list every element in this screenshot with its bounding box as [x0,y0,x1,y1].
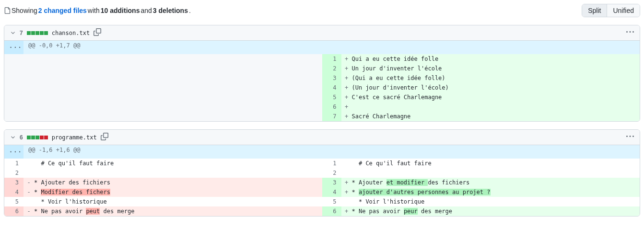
new-line-code: * ajouter d'autres personnes au projet ? [352,187,640,197]
old-line-number[interactable]: 3 [4,178,23,187]
old-line-number[interactable]: 4 [4,187,23,197]
diffstat-block [40,31,44,35]
new-line-number[interactable]: 1 [322,159,341,168]
new-line-number[interactable]: 2 [322,168,341,178]
diffstat-blocks [27,31,48,35]
new-line-code: (Un jour d'inventer l'école) [352,83,640,92]
diffstat-block [27,136,31,139]
diffstat-block [31,31,35,35]
diff-line-context: 2 2 [4,168,640,178]
copy-path-button[interactable] [94,28,101,37]
summary-prefix: Showing [12,7,37,14]
diffstat-block [35,31,39,35]
summary-mid1: with [88,7,100,14]
old-line-code: * Modifier des fichers [34,187,322,197]
file-diff-icon [4,7,11,14]
changed-files-link[interactable]: 2 changed files [38,7,87,14]
file-header: 7 chanson.txt [4,25,640,41]
summary-mid2: and [141,7,152,14]
diff-table: ··· @@ -1,6 +1,6 @@ 1 # Ce qu'il faut fa… [4,145,640,216]
new-line-code [352,168,640,178]
new-line-code: Sacré Charlemagne [352,112,640,121]
old-line-number[interactable]: 6 [4,206,23,216]
additions-count: 10 additions [101,7,140,14]
file-name[interactable]: chanson.txt [52,30,90,36]
deletions-count: 3 deletions [153,7,188,14]
hunk-header-text: @@ -0,0 +1,7 @@ [23,41,640,54]
files-container: 7 chanson.txt ··· @@ -0,0 +1,7 @@ 1 + Qu… [4,25,640,217]
collapse-toggle[interactable] [10,29,16,37]
diff-line-addition: 2 + Un jour d'inventer l'école [4,64,640,73]
hunk-header-row: ··· @@ -1,6 +1,6 @@ [4,145,640,159]
diffstat-block [44,31,48,35]
split-view-button[interactable]: Split [582,4,607,17]
diffstat-block [44,136,48,139]
old-line-code: # Ce qu'il faut faire [34,159,322,168]
old-line-code: * Ajouter des fichiers [34,178,322,187]
old-line-code: * Ne pas avoir peut des merge [34,206,322,216]
diff-summary-bar: Showing 2 changed files with 10 addition… [4,4,640,17]
diff-summary-text: Showing 2 changed files with 10 addition… [4,7,191,14]
new-line-code: C'est ce sacré Charlemagne [352,92,640,102]
diff-line-addition: 7 + Sacré Charlemagne [4,112,640,121]
new-line-code: Qui a eu cette idée folle [352,54,640,64]
new-line-number[interactable]: 6 [322,102,341,112]
unified-view-button[interactable]: Unified [607,4,640,17]
new-line-number[interactable]: 7 [322,112,341,121]
file-name[interactable]: programme.txt [52,134,97,141]
change-count: 7 [20,30,23,36]
diff-line-change: 3 - * Ajouter des fichiers 3 + * Ajouter… [4,178,640,187]
new-line-number[interactable]: 4 [322,187,341,197]
new-line-code [352,102,640,112]
hunk-header-row: ··· @@ -0,0 +1,7 @@ [4,41,640,54]
new-line-number[interactable]: 5 [322,92,341,102]
new-line-code: * Ne pas avoir peur des merge [352,206,640,216]
old-line-number[interactable]: 5 [4,197,23,206]
diffstat-block [35,136,39,139]
new-line-number[interactable]: 3 [322,178,341,187]
hunk-expand[interactable]: ··· [4,41,23,54]
diff-line-addition: 1 + Qui a eu cette idée folle [4,54,640,64]
summary-suffix: . [189,7,191,14]
diff-line-addition: 6 + [4,102,640,112]
diff-line-context: 1 # Ce qu'il faut faire 1 # Ce qu'il fau… [4,159,640,168]
file-diff-block: 7 chanson.txt ··· @@ -0,0 +1,7 @@ 1 + Qu… [4,25,640,122]
diff-line-change: 4 - * Modifier des fichers 4 + * ajouter… [4,187,640,197]
new-line-code: # Ce qu'il faut faire [352,159,640,168]
hunk-expand[interactable]: ··· [4,145,23,159]
diff-line-addition: 4 + (Un jour d'inventer l'école) [4,83,640,92]
new-line-number[interactable]: 6 [322,206,341,216]
new-line-number[interactable]: 5 [322,197,341,206]
new-line-number[interactable]: 4 [322,83,341,92]
old-line-number[interactable]: 1 [4,159,23,168]
diffstat-blocks [27,136,48,139]
old-line-code: * Voir l'historique [34,197,322,206]
collapse-toggle[interactable] [10,134,16,141]
diff-view-toggle: Split Unified [582,4,640,17]
new-line-code: * Ajouter et modifier des fichiers [352,178,640,187]
diff-line-addition: 3 + (Qui a eu cette idée folle) [4,73,640,83]
new-line-code: * Voir l'historique [352,197,640,206]
new-line-number[interactable]: 2 [322,64,341,73]
file-diff-block: 6 programme.txt ··· @@ -1,6 +1,6 @@ 1 # … [4,129,640,217]
file-menu-button[interactable] [626,133,634,142]
new-line-number[interactable]: 1 [322,54,341,64]
new-line-number[interactable]: 3 [322,73,341,83]
diffstat-block [31,136,35,139]
diffstat-block [40,136,44,139]
diff-line-context: 5 * Voir l'historique 5 * Voir l'histori… [4,197,640,206]
old-line-number[interactable]: 2 [4,168,23,178]
new-line-code: Un jour d'inventer l'école [352,64,640,73]
change-count: 6 [20,134,23,141]
copy-path-button[interactable] [101,133,108,142]
diff-line-change: 6 - * Ne pas avoir peut des merge 6 + * … [4,206,640,216]
diff-table: ··· @@ -0,0 +1,7 @@ 1 + Qui a eu cette i… [4,41,640,121]
file-header: 6 programme.txt [4,130,640,145]
diffstat-block [27,31,31,35]
diff-line-addition: 5 + C'est ce sacré Charlemagne [4,92,640,102]
old-line-code [34,168,322,178]
hunk-header-text: @@ -1,6 +1,6 @@ [23,145,640,159]
new-line-code: (Qui a eu cette idée folle) [352,73,640,83]
file-menu-button[interactable] [626,28,634,37]
